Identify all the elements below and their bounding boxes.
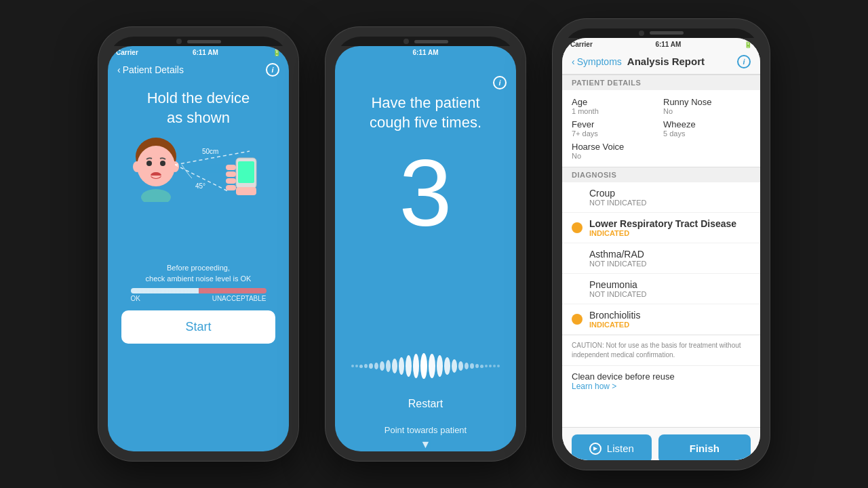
- start-button[interactable]: Start: [121, 310, 275, 344]
- wheeze-item: Wheeze 5 days: [663, 119, 751, 138]
- clean-device-section: Clean device before reuse Learn how >: [562, 365, 760, 396]
- bronchiolitis-name: Bronchiolitis: [589, 310, 640, 321]
- svg-text:50cm: 50cm: [202, 148, 218, 155]
- svg-point-1: [137, 146, 175, 186]
- bronchiolitis-details: Bronchiolitis INDICATED: [589, 310, 640, 329]
- svg-rect-15: [226, 171, 236, 177]
- diagnosis-header: DIAGNOSIS: [562, 167, 760, 182]
- clean-title: Clean device before reuse: [572, 371, 751, 382]
- caution-text: CAUTION: Not for use as the basis for tr…: [562, 335, 760, 365]
- battery-3: 🔋: [744, 41, 752, 48]
- wave-dots: [349, 353, 502, 379]
- finish-button[interactable]: Finish: [658, 434, 751, 460]
- cough-instruction: Have the patient cough five times.: [349, 94, 502, 132]
- status-bar-3: Carrier 6:11 AM 🔋: [562, 38, 760, 51]
- bottom-actions: ▶ Listen Finish: [562, 427, 760, 460]
- lrtd-details: Lower Respiratory Tract Disease INDICATE…: [589, 218, 736, 237]
- noise-check-text: Before proceeding, check ambient noise l…: [146, 263, 252, 284]
- info-icon-2[interactable]: i: [493, 76, 507, 89]
- listen-button[interactable]: ▶ Listen: [572, 434, 652, 460]
- noise-bad-label: UNACCEPTABLE: [212, 295, 267, 302]
- age-label: Age: [572, 97, 659, 107]
- age-item: Age 1 month: [572, 97, 659, 115]
- fever-label: Fever: [572, 119, 659, 129]
- time-1: 6:11 AM: [193, 49, 218, 56]
- asthma-name: Asthma/RAD: [589, 249, 647, 260]
- runny-nose-value: No: [663, 107, 751, 115]
- waveform: [349, 352, 502, 380]
- lrtd-indicator: [572, 222, 583, 233]
- fever-value: 7+ days: [572, 129, 659, 138]
- runny-nose-item: Runny Nose No: [663, 97, 751, 115]
- svg-rect-16: [226, 185, 236, 190]
- phone-1: Carrier 6:11 AM 🔋 ‹ Patient Details i Ho…: [98, 27, 298, 461]
- pneumonia-details: Pneumonia NOT INDICATED: [589, 279, 647, 298]
- device-illustration: 50cm 45°: [124, 134, 273, 256]
- noise-meter: [131, 288, 267, 293]
- fever-item: Fever 7+ days: [572, 119, 659, 138]
- noise-ok-label: OK: [131, 295, 140, 302]
- svg-text:45°: 45°: [195, 182, 205, 190]
- clean-link[interactable]: Learn how >: [572, 382, 751, 391]
- wheeze-label: Wheeze: [663, 119, 751, 129]
- bronchiolitis-status: INDICATED: [589, 321, 640, 329]
- screen-2: 6:11 AM i Have the patient cough five ti…: [335, 46, 516, 451]
- lrtd-status: INDICATED: [589, 229, 736, 237]
- status-bar-2: 6:11 AM: [335, 46, 516, 59]
- svg-point-6: [133, 161, 141, 172]
- time-2: 6:11 AM: [413, 49, 439, 56]
- point-text: Point towards patient: [384, 425, 467, 435]
- pneumonia-name: Pneumonia: [589, 279, 647, 290]
- asthma-status: NOT INDICATED: [589, 260, 647, 268]
- play-icon: ▶: [589, 443, 601, 455]
- patient-details-header: PATIENT DETAILS: [562, 75, 760, 90]
- battery-1: 🔋: [273, 49, 281, 56]
- diagnosis-croup: Croup NOT INDICATED: [562, 182, 760, 213]
- hoarse-voice-item: Hoarse Voice No: [572, 142, 659, 160]
- instruction-text-1: Hold the device as shown: [147, 89, 250, 127]
- svg-rect-13: [238, 161, 254, 183]
- phone-3: Carrier 6:11 AM 🔋 ‹ Symptoms Analysis Re…: [553, 19, 770, 470]
- screen-1: Carrier 6:11 AM 🔋 ‹ Patient Details i Ho…: [108, 46, 289, 451]
- croup-details: Croup NOT INDICATED: [589, 188, 647, 207]
- noise-labels: OK UNACCEPTABLE: [131, 295, 267, 302]
- arrow-down-icon: ▼: [420, 439, 431, 451]
- patient-details-grid: Age 1 month Runny Nose No Fever 7+ days …: [562, 90, 760, 167]
- asthma-details: Asthma/RAD NOT INDICATED: [589, 249, 647, 268]
- listen-label: Listen: [607, 443, 634, 454]
- croup-name: Croup: [589, 188, 647, 199]
- screen-3: Carrier 6:11 AM 🔋 ‹ Symptoms Analysis Re…: [562, 38, 760, 460]
- wheeze-value: 5 days: [663, 129, 751, 138]
- nav-bar-1: ‹ Patient Details i: [108, 59, 289, 82]
- diagnosis-pneumonia: Pneumonia NOT INDICATED: [562, 274, 760, 304]
- diagnosis-section: Croup NOT INDICATED Lower Respiratory Tr…: [562, 182, 760, 427]
- info-icon-3[interactable]: i: [737, 55, 751, 68]
- diagnosis-asthma: Asthma/RAD NOT INDICATED: [562, 243, 760, 274]
- info-icon-1[interactable]: i: [266, 63, 279, 77]
- chevron-left-icon: ‹: [117, 64, 121, 75]
- diagnosis-lrtd: Lower Respiratory Tract Disease INDICATE…: [562, 213, 760, 243]
- carrier-1: Carrier: [116, 49, 138, 56]
- hand-phone-illustration: [222, 155, 273, 199]
- nav-title-3: Analysis Report: [595, 56, 737, 67]
- svg-point-2: [146, 161, 152, 166]
- asthma-indicator: [572, 253, 583, 264]
- svg-point-3: [160, 161, 165, 166]
- back-label-1: Patient Details: [123, 64, 184, 75]
- status-bar-1: Carrier 6:11 AM 🔋: [108, 46, 289, 59]
- hoarse-voice-label: Hoarse Voice: [572, 142, 659, 152]
- svg-rect-17: [226, 165, 236, 170]
- restart-button[interactable]: Restart: [408, 398, 443, 410]
- time-3: 6:11 AM: [655, 41, 681, 48]
- screen-1-content: Hold the device as shown: [108, 82, 289, 451]
- phone-2: 6:11 AM i Have the patient cough five ti…: [326, 27, 526, 461]
- svg-point-5: [141, 189, 171, 202]
- runny-nose-label: Runny Nose: [663, 97, 751, 107]
- back-button-1[interactable]: ‹ Patient Details: [117, 64, 184, 75]
- carrier-3: Carrier: [570, 41, 593, 48]
- diagnosis-bronchiolitis: Bronchiolitis INDICATED: [562, 304, 760, 335]
- hoarse-voice-value: No: [572, 152, 659, 160]
- croup-status: NOT INDICATED: [589, 199, 647, 207]
- chevron-left-icon-3: ‹: [572, 56, 575, 67]
- svg-rect-18: [236, 187, 256, 195]
